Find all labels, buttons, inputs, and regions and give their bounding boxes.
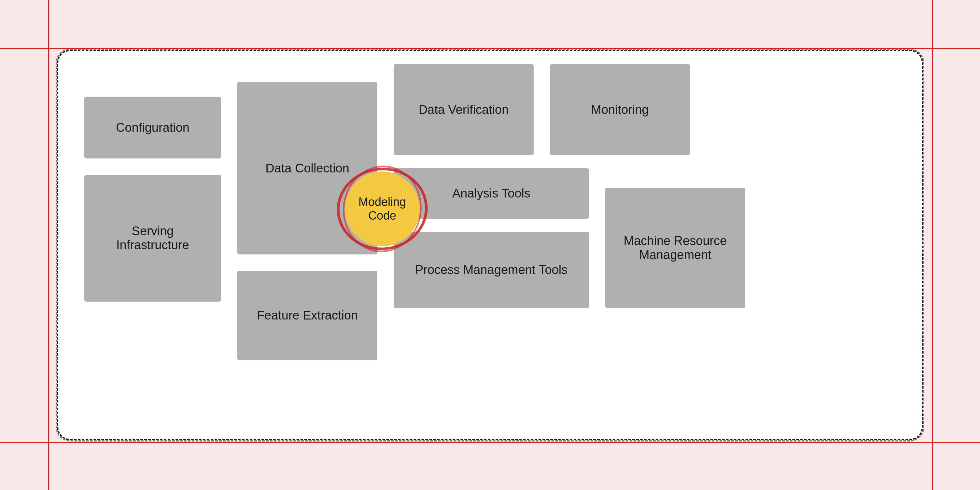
modeling-code-label: ModelingCode	[358, 195, 406, 222]
main-diagram-container: Configuration ServingInfrastructure Data…	[57, 50, 923, 440]
analysis-tools-label: Analysis Tools	[452, 186, 530, 200]
machine-resource-label: Machine ResourceManagement	[624, 234, 727, 262]
grid-line-h2	[0, 442, 980, 443]
modeling-code-circle: ModelingCode	[345, 171, 420, 246]
configuration-label: Configuration	[116, 121, 189, 135]
data-verification-label: Data Verification	[419, 103, 509, 117]
feature-extraction-box: Feature Extraction	[237, 271, 377, 360]
configuration-box: Configuration	[84, 97, 221, 159]
monitoring-box: Monitoring	[550, 64, 690, 155]
monitoring-label: Monitoring	[591, 103, 649, 117]
serving-infrastructure-box: ServingInfrastructure	[84, 175, 221, 301]
machine-resource-box: Machine ResourceManagement	[605, 188, 745, 308]
feature-extraction-label: Feature Extraction	[257, 308, 358, 322]
data-verification-box: Data Verification	[394, 64, 534, 155]
grid-line-v1	[48, 0, 49, 490]
data-collection-label: Data Collection	[265, 162, 349, 175]
process-management-box: Process Management Tools	[394, 232, 589, 308]
serving-infrastructure-label: ServingInfrastructure	[116, 224, 189, 252]
process-management-label: Process Management Tools	[415, 263, 568, 277]
grid-line-v2	[932, 0, 933, 490]
diagram-area: Configuration ServingInfrastructure Data…	[58, 51, 922, 439]
